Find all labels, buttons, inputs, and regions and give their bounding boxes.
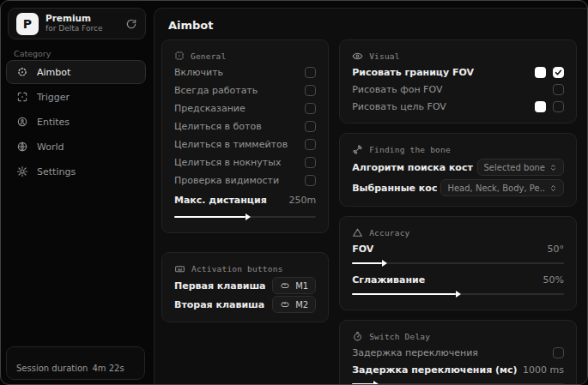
bone-label: Алгоритм поиска кост [352,162,473,173]
toggle-row: Целиться в нокнутых [174,153,316,171]
triangle-icon [352,227,363,238]
checkbox-aim-bots[interactable] [305,121,316,132]
sidebar-item-label: Aimbot [37,67,70,78]
premium-card: P Premium for Delta Force [8,8,146,39]
smoothing-slider-group: Сглаживание 50% [352,273,564,302]
keybind-value: M2 [295,300,308,310]
keybind-button-first[interactable]: M1 [272,277,316,294]
bone-algorithm-select[interactable]: Selected bone [477,159,564,176]
panel-activation-buttons: Activation buttons Первая клавиша M1 [161,252,329,322]
slider-label: Задержка переключения (мс) [352,364,518,376]
trigger-focus-icon [16,91,28,103]
slider-label: Макс. дистанция [174,195,267,206]
keyboard-icon [174,263,185,274]
toggle-row: Целиться в ботов [174,117,316,135]
sidebar-item-label: Entites [37,117,70,128]
switch-delay-slider-group: Задержка переключения (мс) 1000 ms [352,363,564,385]
mouse-icon [280,280,290,291]
toggle-label: Проверка видимости [174,175,279,186]
toggle-label: Целиться в тиммейтов [174,139,288,150]
sidebar-item-label: Trigger [37,92,70,103]
toggle-row: Задержка переключения [352,344,564,361]
keybind-label: Вторая клавиша [174,299,264,310]
sidebar-item-settings[interactable]: Settings [6,159,146,183]
keybind-row: Вторая клавиша M2 [174,295,316,314]
keybind-button-second[interactable]: M2 [272,296,316,313]
fov-slider[interactable] [352,262,564,264]
select-value: Head, Neck, Body, Pe.. [447,183,545,193]
keybind-row: Первая клавиша M1 [174,276,316,295]
sidebar: P Premium for Delta Force Category Aimbo… [1,1,154,384]
toggle-row: Включить [174,63,316,81]
slider-value: 250m [288,195,316,206]
session-duration-label: Session duration [16,364,88,373]
color-swatch-fov-border[interactable] [535,67,546,78]
visual-row: Рисовать фон FOV [352,81,564,98]
eye-icon [352,51,363,62]
checkbox-aim-teammates[interactable] [305,139,316,150]
keybind-label: Первая клавиша [174,280,266,292]
session-duration-box: Session duration 4m 22s [6,346,145,380]
smoothing-slider[interactable] [352,293,564,295]
select-value: Selected bone [484,163,545,172]
checkbox-prediction[interactable] [305,103,316,114]
main-content: Aimbot General Включить [154,8,587,384]
panel-accuracy: Accuracy FOV 50° Сгла [339,216,577,310]
app-logo: P [16,13,39,35]
color-swatch-fov-target[interactable] [535,101,546,112]
toggle-label: Включить [174,67,223,78]
gear-icon [16,165,28,177]
max-distance-slider[interactable] [174,216,316,218]
unfold-icon [549,184,557,192]
selected-bones-select[interactable]: Head, Neck, Body, Pe.. [440,179,564,196]
grid-icon [174,51,185,61]
checkbox-always-work[interactable] [305,85,316,96]
visual-label: Рисовать фон FOV [352,84,442,95]
panel-header-general: General [191,51,226,61]
checkbox-enable[interactable] [305,67,316,78]
globe-icon [16,141,28,153]
toggle-label: Задержка переключения [352,347,478,358]
unfold-icon [549,164,557,171]
panel-header-switch-delay: Switch Delay [369,332,430,341]
category-label: Category [14,49,51,58]
toggle-label: Целиться в ботов [174,121,262,132]
sidebar-item-aimbot[interactable]: Aimbot [6,60,146,84]
sidebar-item-world[interactable]: World [6,135,146,159]
bone-row: Алгоритм поиска кост Selected bone [352,157,564,177]
panel-header-bone: Finding the bone [369,145,451,154]
checkbox-switch-delay[interactable] [553,347,564,358]
crosshair-icon [16,66,28,78]
checkbox-draw-fov-target[interactable] [553,101,564,112]
slider-value: 50% [543,274,564,286]
toggle-label: Целиться в нокнутых [174,157,281,168]
sidebar-item-label: World [37,141,64,153]
keybind-value: M1 [295,281,308,291]
checkbox-aim-knocked[interactable] [305,157,316,168]
slider-label: FOV [352,244,373,255]
checkbox-draw-fov-background[interactable] [553,84,564,95]
sidebar-item-entites[interactable]: Entites [6,110,146,134]
toggle-row: Целиться в тиммейтов [174,135,316,153]
panel-switch-delay: Switch Delay Задержка переключения Задер… [339,320,577,385]
toggle-row: Всегда работать [174,81,316,99]
visual-label: Рисовать границу FOV [352,67,474,78]
sidebar-item-trigger[interactable]: Trigger [6,85,146,109]
checkbox-visibility-check[interactable] [305,175,316,186]
slider-label: Сглаживание [352,274,425,286]
slider-value: 1000 ms [523,364,564,376]
bone-row: Выбранные кос Head, Neck, Body, Pe.. [352,177,564,198]
panel-header-visual: Visual [369,51,400,61]
premium-title: Premium [45,13,102,24]
panel-finding-bone: Finding the bone Алгоритм поиска кост Se… [339,133,577,207]
panel-header-accuracy: Accuracy [369,228,409,238]
timer-icon [352,331,363,342]
toggle-label: Всегда работать [174,85,258,96]
checkbox-draw-fov-border[interactable] [553,67,564,78]
check-icon [555,69,562,76]
refresh-icon[interactable] [125,18,137,30]
sidebar-item-label: Settings [37,166,76,177]
toggle-row: Проверка видимости [174,171,316,189]
panel-header-activation: Activation buttons [191,264,283,274]
max-distance-slider-group: Макс. дистанция 250m [174,191,316,225]
